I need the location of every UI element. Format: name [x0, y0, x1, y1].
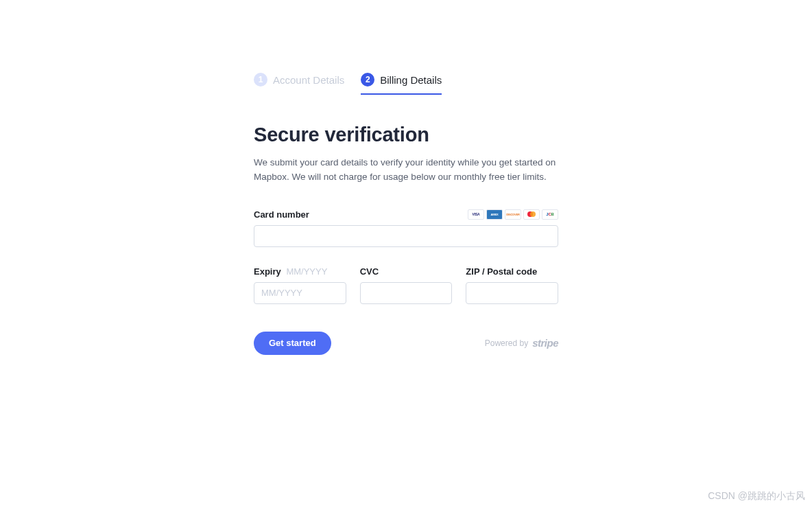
expiry-input[interactable]: [254, 282, 346, 304]
page-description: We submit your card details to verify yo…: [254, 156, 558, 185]
billing-form-container: 1 Account Details 2 Billing Details Secu…: [254, 0, 558, 355]
stripe-icon: stripe: [532, 337, 558, 349]
step-2-label: Billing Details: [380, 74, 442, 86]
step-indicator: 1 Account Details 2 Billing Details: [254, 73, 558, 95]
amex-icon: AMEX: [486, 209, 503, 220]
expiry-label: Expiry MM/YYYY: [254, 266, 346, 277]
card-number-group: Card number VISA AMEX DISCOVER JCB: [254, 209, 558, 247]
step-billing-details[interactable]: 2 Billing Details: [361, 73, 442, 95]
powered-by-text: Powered by: [485, 338, 528, 348]
card-number-input[interactable]: [254, 225, 558, 247]
cvc-group: CVC: [360, 266, 453, 304]
cvc-label: CVC: [360, 266, 453, 277]
jcb-icon: JCB: [542, 209, 558, 220]
zip-group: ZIP / Postal code: [466, 266, 558, 304]
zip-label: ZIP / Postal code: [466, 266, 558, 277]
discover-icon: DISCOVER: [505, 209, 521, 220]
zip-input[interactable]: [466, 282, 558, 304]
powered-by-stripe: Powered by stripe: [485, 337, 558, 349]
step-1-number: 1: [254, 73, 267, 86]
card-number-label: Card number: [254, 209, 309, 220]
mastercard-icon: [523, 209, 540, 220]
form-footer: Get started Powered by stripe: [254, 332, 558, 355]
step-account-details[interactable]: 1 Account Details: [254, 73, 344, 95]
step-2-number: 2: [361, 73, 374, 86]
step-1-label: Account Details: [273, 74, 344, 86]
cvc-input[interactable]: [360, 282, 453, 304]
card-brand-icons: VISA AMEX DISCOVER JCB: [468, 209, 558, 220]
get-started-button[interactable]: Get started: [254, 332, 331, 355]
expiry-hint: MM/YYYY: [286, 266, 327, 277]
expiry-group: Expiry MM/YYYY: [254, 266, 346, 304]
visa-icon: VISA: [468, 209, 484, 220]
page-title: Secure verification: [254, 124, 558, 146]
